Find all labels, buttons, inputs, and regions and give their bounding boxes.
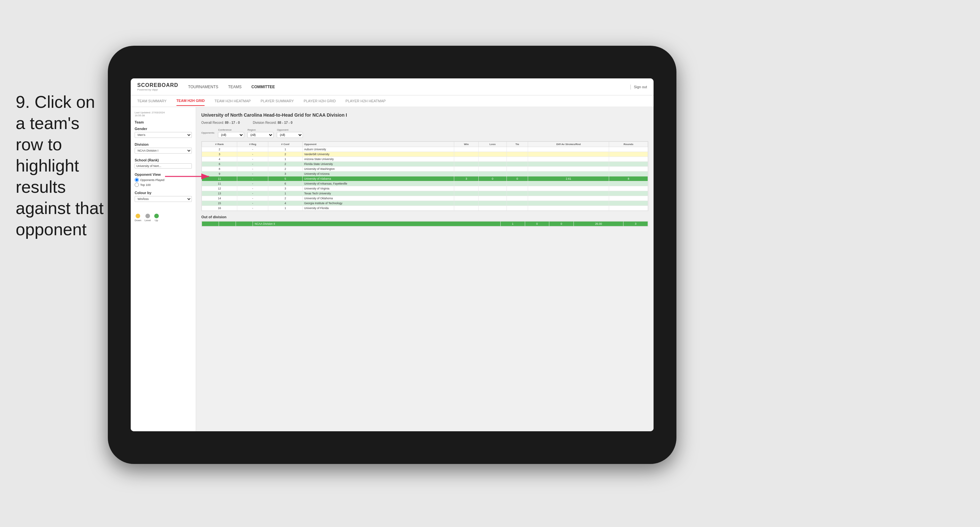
radio-opponents-played[interactable]: Opponents Played [135, 178, 192, 182]
school-display: University of Nort... [135, 163, 192, 169]
col-opponent: Opponent [302, 142, 454, 147]
ood-opponent: NCAA Division II [253, 221, 501, 226]
division-record-value: 88 - 17 - 0 [277, 121, 293, 124]
region-select[interactable]: (All) [247, 132, 274, 138]
main-content: Last Updated: 27/03/2024 16:55:38 Team G… [131, 107, 654, 431]
grid-title: University of North Carolina Head-to-Hea… [201, 112, 347, 118]
col-conf: # Conf [268, 142, 302, 147]
opponent-view-title: Opponent View [135, 172, 192, 177]
step-number: 9. [16, 92, 35, 111]
table-row[interactable]: 3-2Vanderbilt University [202, 152, 648, 157]
out-of-division-row[interactable]: NCAA Division II 1 0 0 26.00 3 [202, 221, 648, 226]
division-label: Division [135, 142, 192, 146]
col-rank: # Rank [202, 142, 237, 147]
table-row[interactable]: 12-3University of Virginia [202, 186, 648, 191]
conference-filter: Conference (All) [218, 128, 244, 138]
nav-links: TOURNAMENTS TEAMS COMMITTEE [188, 83, 630, 91]
conference-select[interactable]: (All) [218, 132, 244, 138]
ood-rank [202, 221, 219, 226]
data-table: # Rank # Reg # Conf Opponent Win Loss Ti… [202, 142, 648, 211]
table-row[interactable]: 11-5University of Alabama3002.618 [202, 177, 648, 182]
out-of-division-data-table: NCAA Division II 1 0 0 26.00 3 [202, 221, 648, 226]
out-of-division-header: Out of division [201, 215, 648, 219]
tablet-screen: SCOREBOARD Powered by clippi TOURNAMENTS… [131, 78, 654, 431]
legend-level-circle [145, 214, 150, 218]
region-filter: Region (All) [247, 128, 274, 138]
table-row[interactable]: 11-6University of Arkansas, Fayetteville [202, 182, 648, 186]
col-rounds: Rounds [609, 142, 648, 147]
nav-bar: SCOREBOARD Powered by clippi TOURNAMENTS… [131, 78, 654, 96]
out-of-division-table: NCAA Division II 1 0 0 26.00 3 [201, 221, 648, 227]
ood-conf [236, 221, 253, 226]
legend-up-label: Up [154, 219, 158, 222]
division-select[interactable]: NCAA Division I [135, 148, 192, 154]
ood-win: 1 [501, 221, 525, 226]
sub-nav: TEAM SUMMARY TEAM H2H GRID TEAM H2H HEAT… [131, 96, 654, 107]
logo-area: SCOREBOARD Powered by clippi [137, 82, 178, 91]
sub-nav-player-h2h-grid[interactable]: PLAYER H2H GRID [304, 96, 336, 105]
nav-tournaments[interactable]: TOURNAMENTS [188, 83, 218, 91]
nav-divider: | [630, 84, 631, 90]
sub-nav-player-summary[interactable]: PLAYER SUMMARY [261, 96, 294, 105]
radio-top-100[interactable]: Top 100 [135, 183, 192, 187]
col-diff: Diff Av Strokes/Rnd [528, 142, 609, 147]
table-row[interactable]: 4-1Arizona State University [202, 157, 648, 162]
sub-nav-player-h2h-heatmap[interactable]: PLAYER H2H HEATMAP [345, 96, 386, 105]
nav-committee[interactable]: COMMITTEE [251, 83, 275, 91]
table-row[interactable]: 15-4Georgia Institute of Technology [202, 201, 648, 206]
legend-up: Up [154, 214, 159, 222]
table-row[interactable]: 13-1Texas Tech University [202, 191, 648, 196]
h2h-grid-table: # Rank # Reg # Conf Opponent Win Loss Ti… [201, 141, 648, 211]
col-reg: # Reg [237, 142, 268, 147]
gender-label: Gender [135, 127, 192, 131]
school-rank-label: School (Rank) [135, 158, 192, 162]
overall-record-value: 89 - 17 - 0 [225, 121, 240, 124]
table-row[interactable]: 9-3University of Arizona [202, 172, 648, 177]
left-panel: Last Updated: 27/03/2024 16:55:38 Team G… [131, 107, 196, 431]
filters-row: Opponents: Conference (All) Region (All) [201, 128, 648, 138]
tablet-frame: SCOREBOARD Powered by clippi TOURNAMENTS… [108, 46, 676, 464]
right-content: University of North Carolina Head-to-Hea… [196, 107, 654, 431]
legend-area: Down Level Up [135, 214, 192, 222]
colour-by-title: Colour by [135, 191, 192, 195]
colour-by-select[interactable]: Win/loss [135, 196, 192, 202]
last-updated: Last Updated: 27/03/2024 16:55:38 [135, 111, 192, 117]
sub-nav-team-h2h-grid[interactable]: TEAM H2H GRID [177, 96, 205, 106]
legend-down-circle [135, 214, 140, 218]
ood-rounds: 3 [624, 221, 648, 226]
legend-up-circle [154, 214, 159, 218]
gender-select[interactable]: Men's [135, 132, 192, 138]
legend-level: Level [145, 214, 151, 222]
table-row[interactable]: 14-2University of Oklahoma [202, 196, 648, 201]
overall-record-label: Overall Record: 89 - 17 - 0 [201, 121, 240, 124]
sub-nav-team-h2h-heatmap[interactable]: TEAM H2H HEATMAP [214, 96, 251, 105]
logo-title: SCOREBOARD [137, 82, 178, 88]
table-row[interactable]: 6-2Florida State University [202, 162, 648, 167]
logo-subtitle: Powered by clippi [137, 88, 178, 91]
opponent-filter: Opponent (All) [277, 128, 303, 138]
col-tie: Tie [506, 142, 528, 147]
opponent-select[interactable]: (All) [277, 132, 303, 138]
instruction-text: 9. Click on a team's row to highlight re… [16, 91, 107, 240]
col-loss: Loss [479, 142, 506, 147]
nav-teams[interactable]: TEAMS [228, 83, 242, 91]
table-row[interactable]: 8-2University of Washington [202, 167, 648, 172]
sub-nav-team-summary[interactable]: TEAM SUMMARY [137, 96, 167, 105]
division-record-label: Division Record: 88 - 17 - 0 [253, 121, 293, 124]
ood-loss: 0 [525, 221, 549, 226]
col-win: Win [454, 142, 479, 147]
ood-diff: 26.00 [573, 221, 624, 226]
table-row[interactable]: 16-1University of Florida [202, 206, 648, 211]
records-row: Overall Record: 89 - 17 - 0 Division Rec… [201, 121, 648, 124]
table-row[interactable]: 2-1Auburn University [202, 147, 648, 152]
instruction-content: Click on a team's row to highlight resul… [16, 92, 103, 239]
legend-level-label: Level [145, 219, 151, 222]
legend-down: Down [135, 214, 141, 222]
ood-tie: 0 [549, 221, 574, 226]
ood-reg [219, 221, 236, 226]
table-header-row: # Rank # Reg # Conf Opponent Win Loss Ti… [202, 142, 648, 147]
nav-sign-out[interactable]: Sign out [634, 85, 647, 89]
team-section-title: Team [135, 120, 192, 124]
legend-down-label: Down [135, 219, 141, 222]
opponents-label: Opponents: [201, 131, 215, 134]
